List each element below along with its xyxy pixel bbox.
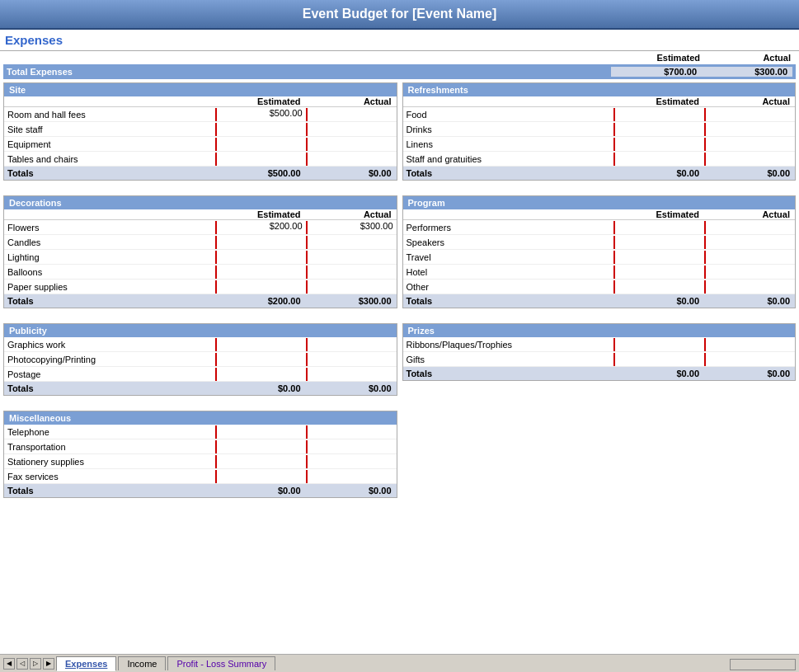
program-col-headers: Estimated Actual: [403, 209, 796, 220]
decorations-header: Decorations: [4, 196, 397, 209]
right-column: Refreshments Estimated Actual Food Drink…: [402, 82, 797, 498]
table-row: Travel: [403, 250, 796, 265]
program-section: Program Estimated Actual Performers Spea…: [402, 195, 797, 308]
table-row: Equipment: [4, 137, 397, 152]
refreshments-totals-row: Totals $0.00 $0.00: [403, 167, 796, 180]
table-row: Photocopying/Printing: [4, 352, 397, 367]
table-row: Room and hall fees $500.00: [4, 107, 397, 122]
table-row: Graphics work: [4, 337, 397, 352]
miscellaneous-section: Miscellaneous Telephone Transportation S…: [3, 411, 397, 498]
miscellaneous-header: Miscellaneous: [4, 411, 397, 425]
table-row: Speakers: [403, 235, 796, 250]
total-expenses-bar: Total Expenses $700.00 $300.00: [3, 64, 796, 79]
program-header: Program: [403, 196, 796, 209]
title-bar: Event Budget for [Event Name]: [0, 0, 799, 30]
refreshments-header: Refreshments: [403, 83, 796, 96]
table-row: Flowers $200.00 $300.00: [4, 220, 397, 235]
publicity-header: Publicity: [4, 324, 397, 337]
prizes-totals-row: Totals $0.00 $0.00: [403, 367, 796, 380]
prizes-header: Prizes: [403, 324, 796, 337]
table-row: Telephone: [4, 425, 397, 439]
site-col-headers: Estimated Actual: [4, 96, 397, 107]
table-row: Balloons: [4, 265, 397, 280]
table-row: Gifts: [403, 352, 796, 367]
main-content: Site Estimated Actual Room and hall fees…: [0, 82, 799, 498]
table-row: Postage: [4, 367, 397, 382]
decorations-col-headers: Estimated Actual: [4, 209, 397, 220]
table-row: Tables and chairs: [4, 152, 397, 167]
prizes-section: Prizes Ribbons/Plaques/Trophies Gifts To…: [402, 323, 797, 381]
table-row: Paper supplies: [4, 280, 397, 294]
left-column: Site Estimated Actual Room and hall fees…: [3, 82, 397, 498]
miscellaneous-totals-row: Totals $0.00 $0.00: [4, 484, 397, 497]
refreshments-col-headers: Estimated Actual: [403, 96, 796, 107]
table-row: Hotel: [403, 265, 796, 280]
expenses-header: Expenses: [0, 30, 799, 51]
decorations-totals-row: Totals $200.00 $300.00: [4, 294, 397, 308]
table-row: Transportation: [4, 439, 397, 454]
table-row: Site staff: [4, 122, 397, 137]
publicity-totals-row: Totals $0.00 $0.00: [4, 382, 397, 395]
table-row: Linens: [403, 137, 796, 152]
site-totals-row: Totals $500.00 $0.00: [4, 167, 397, 180]
table-row: Other: [403, 280, 796, 294]
table-row: Ribbons/Plaques/Trophies: [403, 337, 796, 352]
table-row: Candles: [4, 235, 397, 250]
table-row: Lighting: [4, 250, 397, 265]
site-section: Site Estimated Actual Room and hall fees…: [3, 82, 397, 181]
table-row: Staff and gratuities: [403, 152, 796, 167]
program-totals-row: Totals $0.00 $0.00: [403, 294, 796, 308]
refreshments-section: Refreshments Estimated Actual Food Drink…: [402, 82, 797, 181]
page-title: Event Budget for [Event Name]: [303, 7, 497, 21]
table-row: Stationery supplies: [4, 454, 397, 469]
table-row: Performers: [403, 220, 796, 235]
table-row: Fax services: [4, 469, 397, 484]
site-header: Site: [4, 83, 397, 96]
decorations-section: Decorations Estimated Actual Flowers $20…: [3, 195, 397, 308]
table-row: Drinks: [403, 122, 796, 137]
global-header-row: Estimated Actual: [0, 51, 799, 64]
table-row: Food: [403, 107, 796, 122]
publicity-section: Publicity Graphics work Photocopying/Pri…: [3, 323, 397, 396]
